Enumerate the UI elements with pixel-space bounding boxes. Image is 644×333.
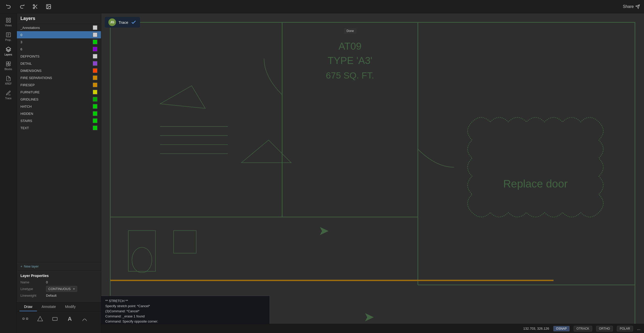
svg-point-1 <box>33 7 35 9</box>
svg-rect-20 <box>6 64 8 66</box>
layer-row[interactable]: FIRESEP <box>17 81 101 88</box>
layer-panel: Layers _Annotations 0 3 6 DEFPOINTS DETA… <box>17 13 101 333</box>
share-button[interactable]: Share <box>623 4 640 9</box>
polar-button[interactable]: POLAR <box>617 326 633 331</box>
layer-row[interactable]: STAIRS <box>17 117 101 124</box>
svg-rect-9 <box>6 18 8 20</box>
layer-color-swatch[interactable] <box>93 47 97 51</box>
ortho-button[interactable]: ORTHO <box>596 326 613 331</box>
layer-color-swatch[interactable] <box>93 25 97 30</box>
svg-rect-22 <box>23 318 24 319</box>
otrack-button[interactable]: OTRACK <box>574 326 592 331</box>
layer-row[interactable]: DIMENSIONS <box>17 67 101 74</box>
trace-done-button[interactable] <box>131 19 136 25</box>
prop-linetype-label: Linetype <box>20 287 43 291</box>
main-content: Views Prop. Layers B <box>0 13 644 333</box>
svg-point-0 <box>33 4 35 6</box>
sidebar-item-views-label: Views <box>5 24 12 27</box>
shape-tool[interactable] <box>35 314 45 324</box>
prop-lineweight-label: Lineweight <box>20 294 43 297</box>
layer-color-swatch[interactable] <box>93 32 97 37</box>
prop-lineweight-row: Lineweight Default <box>20 294 97 297</box>
trace-avatar: JG <box>108 18 116 26</box>
prop-linetype-select[interactable]: CONTINUOUS ▾ <box>46 286 77 292</box>
layer-row[interactable]: FIRE SEPARATIONS <box>17 74 101 81</box>
layer-color-swatch[interactable] <box>93 126 97 130</box>
floor-plan-svg: AT09 TYPE 'A3' 675 SQ. FT. ➤ ➤ Replace d… <box>101 13 644 333</box>
sidebar-item-trace[interactable]: Trace <box>1 88 16 102</box>
new-layer-plus-icon: + <box>20 264 22 268</box>
layer-color-swatch[interactable] <box>93 83 97 87</box>
bottom-tabs: Draw Annotate Modify <box>17 303 101 312</box>
layer-row[interactable]: HIDDEN <box>17 110 101 117</box>
undo-button[interactable] <box>4 2 13 11</box>
scissors-button[interactable] <box>31 2 40 11</box>
layer-name: _Annotations <box>20 26 93 30</box>
sidebar-item-xref-label: XREF <box>5 82 12 85</box>
svg-text:AT09: AT09 <box>338 41 361 52</box>
svg-rect-34 <box>128 231 155 271</box>
layer-row[interactable]: 0 <box>17 31 101 38</box>
layer-row[interactable]: TEXT <box>17 124 101 131</box>
prop-linetype-value: CONTINUOUS <box>48 287 71 291</box>
prop-linetype-row: Linetype CONTINUOUS ▾ <box>20 286 97 292</box>
layer-color-swatch[interactable] <box>93 61 97 66</box>
sidebar-item-blocks[interactable]: Blocks <box>1 59 16 73</box>
layer-color-swatch[interactable] <box>93 40 97 44</box>
svg-marker-17 <box>6 47 10 50</box>
sidebar-item-trace-label: Trace <box>5 97 12 100</box>
layer-name: DIMENSIONS <box>20 69 93 73</box>
sidebar-item-layers[interactable]: Layers <box>1 45 16 58</box>
canvas-area[interactable]: AT09 TYPE 'A3' 675 SQ. FT. ➤ ➤ Replace d… <box>101 13 644 333</box>
layer-row[interactable]: 3 <box>17 38 101 46</box>
layer-row[interactable]: GRIDLINES <box>17 96 101 103</box>
prop-lineweight-value: Default <box>46 294 97 297</box>
layer-row[interactable]: 6 <box>17 46 101 53</box>
prop-name-label: Name <box>20 280 43 284</box>
tab-annotate[interactable]: Annotate <box>37 303 61 311</box>
sidebar-item-xref[interactable]: XREF <box>1 74 16 87</box>
arc-tool[interactable] <box>80 314 89 324</box>
layer-properties-title: Layer Properties <box>20 274 97 278</box>
svg-marker-41 <box>241 140 291 163</box>
layer-color-swatch[interactable] <box>93 54 97 59</box>
tab-modify[interactable]: Modify <box>61 303 80 311</box>
layer-row[interactable]: DEFPOINTS <box>17 53 101 60</box>
layer-name: 0 <box>20 33 93 37</box>
publish-button[interactable] <box>44 2 53 11</box>
svg-marker-42 <box>160 86 205 108</box>
layer-color-swatch[interactable] <box>93 104 97 109</box>
new-layer-label: New layer <box>24 264 39 268</box>
layer-color-swatch[interactable] <box>93 90 97 94</box>
layer-row[interactable]: FURNITURE <box>17 88 101 96</box>
svg-point-35 <box>132 247 152 273</box>
layer-color-swatch[interactable] <box>93 118 97 123</box>
layer-color-swatch[interactable] <box>93 68 97 73</box>
new-layer-button[interactable]: + New layer <box>17 262 101 270</box>
share-label: Share <box>623 4 634 9</box>
polyline-tool[interactable] <box>20 314 30 324</box>
sidebar-item-blocks-label: Blocks <box>5 68 12 71</box>
rect-tool[interactable] <box>50 314 60 324</box>
sidebar-item-prop-label: Prop. <box>5 39 12 41</box>
layer-color-swatch[interactable] <box>93 97 97 102</box>
layer-row[interactable]: DETAIL <box>17 60 101 67</box>
left-sidebar: Views Prop. Layers B <box>0 13 17 333</box>
svg-rect-25 <box>53 317 57 320</box>
layer-name: HIDDEN <box>20 112 93 116</box>
redo-button[interactable] <box>17 2 27 11</box>
layer-row[interactable]: HATCH <box>17 103 101 110</box>
sidebar-item-views[interactable]: Views <box>1 15 16 29</box>
tab-draw[interactable]: Draw <box>19 303 37 311</box>
cmd-line-2: Specify stretch point: *Cancel* <box>105 304 266 308</box>
status-more-button[interactable]: ... <box>637 326 640 331</box>
layer-color-swatch[interactable] <box>93 75 97 80</box>
bottom-section: Draw Annotate Modify <box>17 302 101 333</box>
sidebar-item-properties[interactable]: Prop. <box>1 30 16 43</box>
layer-row[interactable]: _Annotations <box>17 24 101 31</box>
text-tool[interactable]: A <box>65 314 75 324</box>
layer-color-swatch[interactable] <box>93 111 97 116</box>
cmd-line-3: (3)Command: *Cancel* <box>105 309 266 313</box>
osnap-button[interactable]: OSNAP <box>553 326 570 331</box>
layer-name: STAIRS <box>20 119 93 123</box>
